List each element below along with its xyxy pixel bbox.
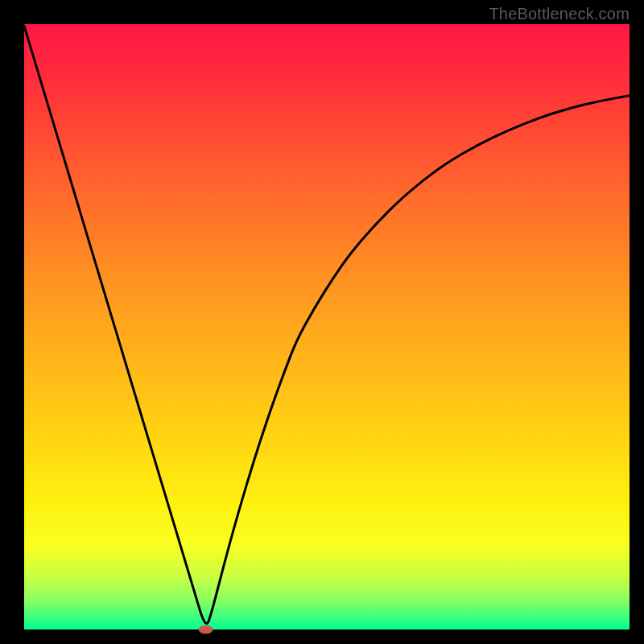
minimum-marker bbox=[199, 625, 213, 634]
chart-container: { "watermark": "TheBottleneck.com", "lay… bbox=[0, 0, 644, 644]
watermark-text: TheBottleneck.com bbox=[489, 5, 630, 23]
bottleneck-chart bbox=[0, 0, 644, 644]
